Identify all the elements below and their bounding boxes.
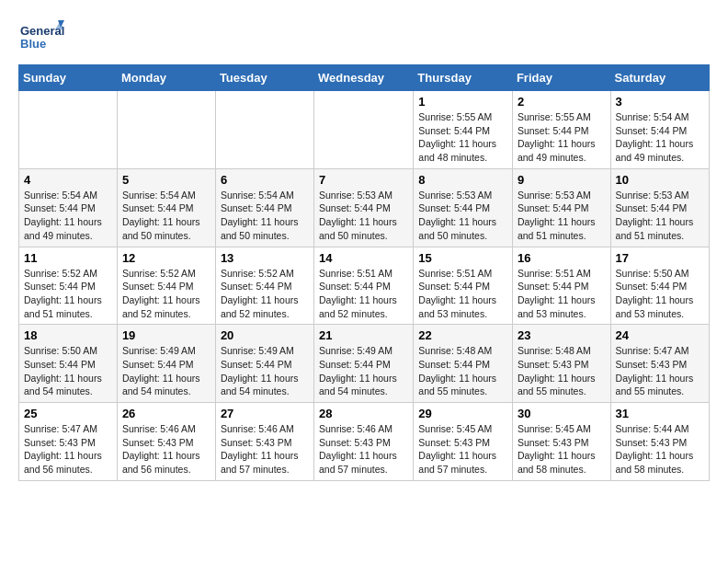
calendar-week-row: 18Sunrise: 5:50 AM Sunset: 5:44 PM Dayli… [19, 325, 710, 403]
calendar-cell: 25Sunrise: 5:47 AM Sunset: 5:43 PM Dayli… [19, 403, 118, 481]
day-info: Sunrise: 5:47 AM Sunset: 5:43 PM Dayligh… [24, 422, 112, 477]
day-info: Sunrise: 5:54 AM Sunset: 5:44 PM Dayligh… [24, 189, 112, 243]
calendar-cell [314, 91, 414, 169]
calendar-week-row: 11Sunrise: 5:52 AM Sunset: 5:44 PM Dayli… [19, 247, 710, 325]
calendar-cell: 10Sunrise: 5:53 AM Sunset: 5:44 PM Dayli… [610, 168, 709, 247]
calendar-cell: 7Sunrise: 5:53 AM Sunset: 5:44 PM Daylig… [314, 168, 414, 247]
calendar-cell: 24Sunrise: 5:47 AM Sunset: 5:43 PM Dayli… [610, 325, 709, 403]
day-number: 24 [616, 328, 704, 342]
calendar-cell: 11Sunrise: 5:52 AM Sunset: 5:44 PM Dayli… [19, 247, 118, 325]
calendar-table: SundayMondayTuesdayWednesdayThursdayFrid… [18, 64, 710, 481]
calendar-cell: 28Sunrise: 5:46 AM Sunset: 5:43 PM Dayli… [314, 403, 414, 481]
day-number: 21 [319, 328, 408, 342]
weekday-header: Friday [512, 65, 610, 91]
day-info: Sunrise: 5:45 AM Sunset: 5:43 PM Dayligh… [418, 422, 507, 477]
day-number: 16 [518, 251, 606, 265]
calendar-week-row: 1Sunrise: 5:55 AM Sunset: 5:44 PM Daylig… [19, 91, 710, 169]
day-info: Sunrise: 5:50 AM Sunset: 5:44 PM Dayligh… [616, 267, 704, 321]
day-info: Sunrise: 5:54 AM Sunset: 5:44 PM Dayligh… [221, 189, 309, 243]
calendar-cell [215, 91, 313, 169]
calendar-cell: 3Sunrise: 5:54 AM Sunset: 5:44 PM Daylig… [610, 91, 709, 169]
day-info: Sunrise: 5:55 AM Sunset: 5:44 PM Dayligh… [518, 110, 606, 165]
weekday-header: Saturday [610, 65, 709, 91]
day-number: 15 [418, 251, 507, 265]
day-number: 10 [616, 173, 704, 187]
calendar-cell [117, 91, 215, 169]
day-number: 14 [319, 251, 408, 265]
calendar-cell: 16Sunrise: 5:51 AM Sunset: 5:44 PM Dayli… [512, 247, 610, 325]
calendar-cell: 15Sunrise: 5:51 AM Sunset: 5:44 PM Dayli… [414, 247, 513, 325]
day-number: 1 [418, 95, 507, 109]
day-info: Sunrise: 5:53 AM Sunset: 5:44 PM Dayligh… [518, 189, 606, 243]
calendar-cell: 29Sunrise: 5:45 AM Sunset: 5:43 PM Dayli… [414, 403, 513, 481]
day-info: Sunrise: 5:51 AM Sunset: 5:44 PM Dayligh… [518, 267, 606, 321]
day-number: 29 [418, 407, 507, 420]
day-number: 19 [122, 328, 210, 342]
day-info: Sunrise: 5:46 AM Sunset: 5:43 PM Dayligh… [221, 422, 309, 477]
logo: General Blue [18, 18, 64, 55]
calendar-week-row: 25Sunrise: 5:47 AM Sunset: 5:43 PM Dayli… [19, 403, 710, 481]
day-number: 6 [221, 173, 309, 187]
day-info: Sunrise: 5:53 AM Sunset: 5:44 PM Dayligh… [616, 189, 704, 243]
page-header: General Blue [18, 18, 710, 55]
day-number: 25 [24, 407, 112, 420]
weekday-header: Sunday [19, 65, 118, 91]
calendar-cell: 21Sunrise: 5:49 AM Sunset: 5:44 PM Dayli… [314, 325, 414, 403]
weekday-header: Tuesday [215, 65, 313, 91]
day-number: 3 [616, 95, 704, 109]
day-info: Sunrise: 5:52 AM Sunset: 5:44 PM Dayligh… [24, 267, 112, 321]
day-number: 8 [418, 173, 507, 187]
day-info: Sunrise: 5:44 AM Sunset: 5:43 PM Dayligh… [616, 422, 704, 477]
calendar-cell: 27Sunrise: 5:46 AM Sunset: 5:43 PM Dayli… [215, 403, 313, 481]
day-number: 5 [122, 173, 210, 187]
day-info: Sunrise: 5:51 AM Sunset: 5:44 PM Dayligh… [418, 267, 507, 321]
day-info: Sunrise: 5:54 AM Sunset: 5:44 PM Dayligh… [122, 189, 210, 243]
calendar-cell: 2Sunrise: 5:55 AM Sunset: 5:44 PM Daylig… [512, 91, 610, 169]
calendar-cell: 9Sunrise: 5:53 AM Sunset: 5:44 PM Daylig… [512, 168, 610, 247]
day-number: 28 [319, 407, 408, 420]
day-info: Sunrise: 5:52 AM Sunset: 5:44 PM Dayligh… [221, 267, 309, 321]
day-number: 12 [122, 251, 210, 265]
calendar-cell [19, 91, 118, 169]
day-number: 13 [221, 251, 309, 265]
calendar-cell: 13Sunrise: 5:52 AM Sunset: 5:44 PM Dayli… [215, 247, 313, 325]
calendar-cell: 20Sunrise: 5:49 AM Sunset: 5:44 PM Dayli… [215, 325, 313, 403]
calendar-cell: 17Sunrise: 5:50 AM Sunset: 5:44 PM Dayli… [610, 247, 709, 325]
day-info: Sunrise: 5:55 AM Sunset: 5:44 PM Dayligh… [418, 110, 507, 165]
day-info: Sunrise: 5:45 AM Sunset: 5:43 PM Dayligh… [518, 422, 606, 477]
calendar-cell: 23Sunrise: 5:48 AM Sunset: 5:43 PM Dayli… [512, 325, 610, 403]
day-number: 26 [122, 407, 210, 420]
day-number: 22 [418, 328, 507, 342]
svg-text:Blue: Blue [20, 37, 46, 51]
day-info: Sunrise: 5:53 AM Sunset: 5:44 PM Dayligh… [418, 189, 507, 243]
calendar-cell: 14Sunrise: 5:51 AM Sunset: 5:44 PM Dayli… [314, 247, 414, 325]
calendar-cell: 22Sunrise: 5:48 AM Sunset: 5:44 PM Dayli… [414, 325, 513, 403]
day-number: 7 [319, 173, 408, 187]
calendar-cell: 12Sunrise: 5:52 AM Sunset: 5:44 PM Dayli… [117, 247, 215, 325]
calendar-cell: 26Sunrise: 5:46 AM Sunset: 5:43 PM Dayli… [117, 403, 215, 481]
day-info: Sunrise: 5:54 AM Sunset: 5:44 PM Dayligh… [616, 110, 704, 165]
day-info: Sunrise: 5:49 AM Sunset: 5:44 PM Dayligh… [319, 344, 408, 398]
day-number: 20 [221, 328, 309, 342]
day-number: 11 [24, 251, 112, 265]
day-number: 4 [24, 173, 112, 187]
calendar-cell: 6Sunrise: 5:54 AM Sunset: 5:44 PM Daylig… [215, 168, 313, 247]
day-number: 23 [518, 328, 606, 342]
day-info: Sunrise: 5:46 AM Sunset: 5:43 PM Dayligh… [122, 422, 210, 477]
day-info: Sunrise: 5:46 AM Sunset: 5:43 PM Dayligh… [319, 422, 408, 477]
day-number: 9 [518, 173, 606, 187]
day-info: Sunrise: 5:48 AM Sunset: 5:44 PM Dayligh… [418, 344, 507, 398]
calendar-cell: 8Sunrise: 5:53 AM Sunset: 5:44 PM Daylig… [414, 168, 513, 247]
day-info: Sunrise: 5:52 AM Sunset: 5:44 PM Dayligh… [122, 267, 210, 321]
calendar-week-row: 4Sunrise: 5:54 AM Sunset: 5:44 PM Daylig… [19, 168, 710, 247]
weekday-header: Monday [117, 65, 215, 91]
weekday-header: Wednesday [314, 65, 414, 91]
day-info: Sunrise: 5:49 AM Sunset: 5:44 PM Dayligh… [221, 344, 309, 398]
day-number: 27 [221, 407, 309, 420]
day-info: Sunrise: 5:50 AM Sunset: 5:44 PM Dayligh… [24, 344, 112, 398]
day-number: 2 [518, 95, 606, 109]
calendar-cell: 31Sunrise: 5:44 AM Sunset: 5:43 PM Dayli… [610, 403, 709, 481]
day-info: Sunrise: 5:48 AM Sunset: 5:43 PM Dayligh… [518, 344, 606, 398]
calendar-cell: 30Sunrise: 5:45 AM Sunset: 5:43 PM Dayli… [512, 403, 610, 481]
calendar-cell: 5Sunrise: 5:54 AM Sunset: 5:44 PM Daylig… [117, 168, 215, 247]
